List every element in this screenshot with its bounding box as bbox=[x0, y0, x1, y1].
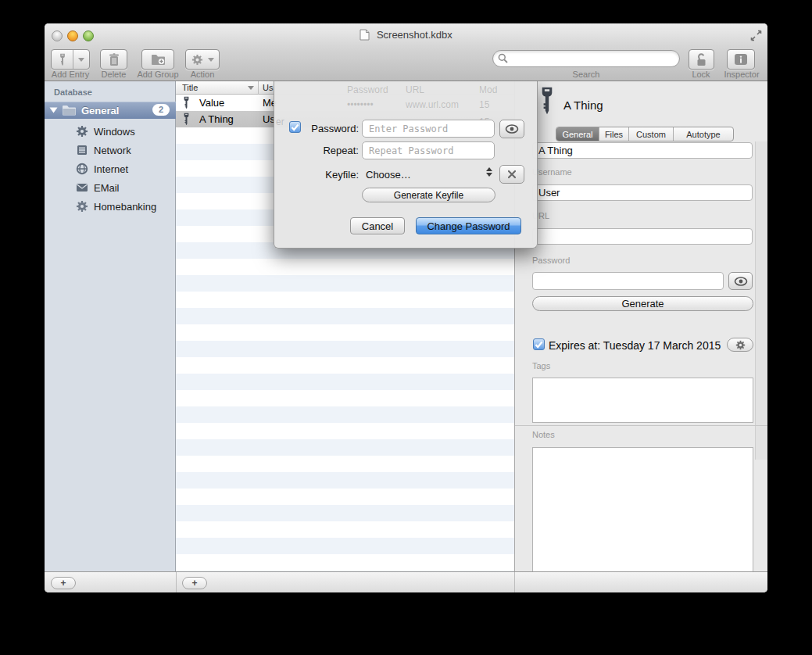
group-count-badge: 2 bbox=[152, 104, 170, 116]
column-divider[interactable] bbox=[258, 81, 259, 95]
entry-title: A Thing bbox=[199, 113, 234, 125]
search-label: Search bbox=[492, 70, 680, 79]
sidebar-section-header: Database bbox=[54, 88, 92, 97]
key-icon bbox=[182, 96, 191, 109]
divider bbox=[514, 572, 515, 592]
add-entry-button[interactable] bbox=[51, 49, 90, 70]
reveal-password-button[interactable] bbox=[499, 120, 524, 138]
ghost-column-mod: Mod bbox=[479, 84, 497, 95]
url-field[interactable] bbox=[532, 228, 753, 245]
column-header-title[interactable]: Title bbox=[182, 83, 198, 92]
add-group-button[interactable] bbox=[141, 49, 174, 70]
expires-label: Expires at: Tuesday 17 March 2015 bbox=[549, 339, 721, 352]
desktop: Database General 2 Windows Network bbox=[0, 0, 812, 655]
inspector-entry-title: A Thing bbox=[563, 98, 603, 112]
username-label: Username bbox=[532, 167, 572, 177]
title-field[interactable] bbox=[532, 142, 753, 159]
divider bbox=[176, 572, 177, 592]
sidebar-item-internet[interactable]: Internet bbox=[45, 159, 176, 178]
sidebar-item-email[interactable]: EMail bbox=[45, 178, 176, 197]
window-title: Screenshot.kdbx bbox=[45, 29, 767, 41]
add-group-plus-button[interactable]: + bbox=[51, 577, 76, 589]
chevron-down-icon bbox=[208, 58, 214, 62]
search-icon bbox=[498, 53, 508, 63]
reveal-password-button[interactable] bbox=[728, 272, 753, 290]
tab-custom[interactable]: Custom bbox=[629, 127, 674, 141]
generate-password-button[interactable]: Generate bbox=[532, 296, 753, 311]
disclosure-triangle-icon[interactable] bbox=[50, 108, 58, 113]
sidebar-item-homebanking[interactable]: Homebanking bbox=[45, 197, 176, 216]
inspector-scroll-gutter bbox=[755, 141, 767, 460]
clear-keyfile-button[interactable] bbox=[499, 165, 524, 184]
change-password-button[interactable]: Change Password bbox=[416, 217, 521, 234]
sidebar-group-general[interactable]: General 2 bbox=[45, 102, 176, 119]
username-field[interactable] bbox=[532, 184, 753, 201]
globe-icon bbox=[76, 163, 88, 175]
gear-icon bbox=[735, 340, 746, 350]
ghost-password-dots: •••••••• bbox=[347, 99, 374, 110]
tags-label: Tags bbox=[532, 361, 550, 370]
eye-icon bbox=[505, 124, 519, 134]
stepper-icon[interactable] bbox=[486, 167, 492, 177]
checkmark-icon bbox=[535, 341, 543, 349]
keyfile-popup[interactable]: Choose… bbox=[366, 169, 411, 181]
generate-keyfile-button[interactable]: Generate Keyfile bbox=[362, 188, 495, 202]
repeat-password-input[interactable] bbox=[362, 141, 495, 159]
ghost-column-password: Password bbox=[347, 84, 388, 95]
expires-checkbox[interactable] bbox=[533, 338, 545, 350]
action-label: Action bbox=[185, 70, 220, 79]
key-icon bbox=[182, 113, 191, 126]
lock-label: Lock bbox=[681, 70, 721, 79]
sidebar-item-label: Internet bbox=[94, 163, 128, 175]
sidebar-group-label: General bbox=[81, 105, 119, 116]
gear-icon bbox=[76, 200, 88, 213]
info-icon bbox=[734, 53, 748, 66]
password-label: Password bbox=[532, 256, 570, 265]
enter-password-input[interactable] bbox=[362, 120, 495, 138]
password-field[interactable] bbox=[532, 272, 724, 290]
add-entry-plus-button[interactable]: + bbox=[182, 577, 207, 589]
window-title-text: Screenshot.kdbx bbox=[377, 29, 453, 41]
sidebar-item-label: Network bbox=[94, 145, 131, 156]
app-window: Database General 2 Windows Network bbox=[45, 23, 767, 592]
sidebar-item-network[interactable]: Network bbox=[45, 141, 176, 159]
cancel-button[interactable]: Cancel bbox=[350, 217, 405, 234]
inspector-button[interactable] bbox=[727, 49, 755, 70]
tab-general[interactable]: General bbox=[556, 127, 599, 141]
sidebar-item-windows[interactable]: Windows bbox=[45, 122, 176, 141]
column-header-username[interactable]: Us bbox=[263, 83, 273, 92]
server-icon bbox=[76, 144, 88, 156]
add-entry-label: Add Entry bbox=[51, 70, 90, 79]
tab-files[interactable]: Files bbox=[599, 127, 629, 141]
repeat-label: Repeat: bbox=[288, 145, 359, 156]
folder-plus-icon bbox=[151, 54, 166, 66]
fullscreen-icon[interactable] bbox=[750, 30, 762, 41]
document-icon bbox=[359, 29, 370, 41]
unlock-icon bbox=[696, 53, 707, 66]
tags-field[interactable] bbox=[532, 378, 753, 423]
section-divider bbox=[515, 425, 767, 426]
ghost-mod-value: 15 bbox=[479, 99, 489, 110]
bottom-bar: + + bbox=[45, 571, 767, 592]
tab-autotype[interactable]: Autotype bbox=[674, 127, 733, 141]
ghost-url-value: www.url.com bbox=[406, 99, 459, 110]
keyfile-label: Keyfile: bbox=[288, 169, 359, 181]
change-password-sheet: Password URL Mod •••••••• www.url.com 15… bbox=[274, 81, 538, 249]
expires-settings-button[interactable] bbox=[727, 338, 753, 352]
sidebar-item-label: Windows bbox=[94, 126, 135, 138]
sort-indicator-icon bbox=[248, 86, 254, 90]
add-group-label: Add Group bbox=[134, 70, 182, 79]
folder-icon bbox=[62, 105, 77, 116]
notes-field[interactable] bbox=[532, 447, 753, 588]
action-button[interactable] bbox=[185, 49, 220, 70]
delete-label: Delete bbox=[92, 70, 135, 79]
password-label: Password: bbox=[288, 123, 359, 134]
gear-icon bbox=[191, 54, 203, 66]
sidebar-item-label: Homebanking bbox=[94, 201, 156, 213]
lock-button[interactable] bbox=[689, 49, 714, 70]
window-chrome: Screenshot.kdbx Add Entry bbox=[45, 23, 767, 81]
delete-button[interactable] bbox=[100, 49, 127, 70]
close-x-icon bbox=[507, 170, 517, 179]
trash-icon bbox=[109, 53, 120, 66]
search-input[interactable] bbox=[492, 50, 680, 67]
